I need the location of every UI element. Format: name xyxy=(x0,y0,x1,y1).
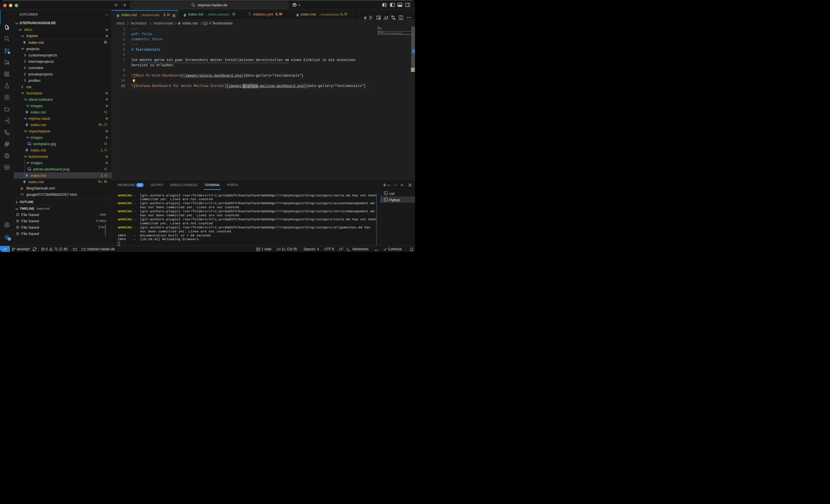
svg-text:abc: abc xyxy=(204,23,207,24)
